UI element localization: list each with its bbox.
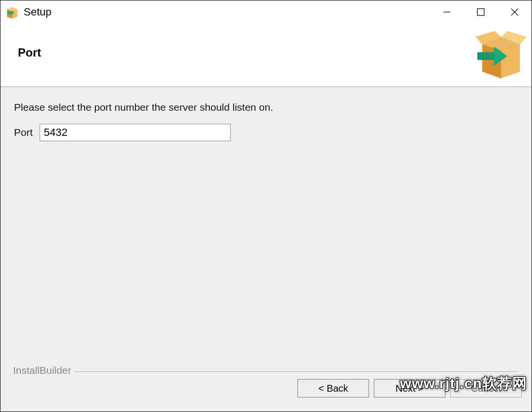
svg-marker-16 [477, 52, 494, 60]
wizard-header: Port [0, 24, 532, 87]
cancel-button[interactable]: Cancel [450, 379, 522, 397]
page-title: Port [18, 46, 41, 59]
back-button[interactable]: < Back [297, 379, 369, 397]
window-title: Setup [24, 6, 52, 18]
port-field-row: Port [14, 124, 518, 141]
svg-rect-6 [477, 9, 484, 15]
installbuilder-legend: InstallBuilder [10, 365, 74, 376]
port-label: Port [14, 127, 33, 138]
fieldset-line [14, 371, 518, 372]
svg-marker-11 [501, 44, 520, 78]
brand-separator: InstallBuilder [14, 371, 518, 372]
port-input[interactable] [40, 124, 231, 141]
title-bar: Setup [0, 0, 532, 24]
window-minimize-button[interactable] [430, 0, 464, 24]
wizard-content: Please select the port number the server… [0, 87, 532, 372]
wizard-footer: < Back Next > Cancel [0, 372, 532, 412]
app-box-arrow-icon [5, 5, 19, 19]
minimize-icon [443, 8, 451, 16]
instruction-text: Please select the port number the server… [14, 102, 518, 113]
window-maximize-button[interactable] [464, 0, 498, 24]
maximize-icon [476, 8, 485, 16]
window-close-button[interactable] [498, 0, 532, 24]
close-icon [510, 8, 519, 16]
installer-box-arrow-icon [474, 31, 528, 79]
next-button[interactable]: Next > [374, 379, 445, 397]
